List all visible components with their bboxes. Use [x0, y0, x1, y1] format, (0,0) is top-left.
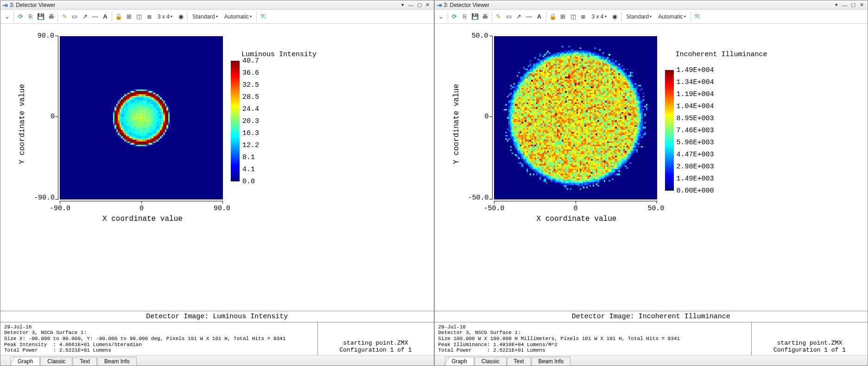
colorbar-tick-label: 0.00E+000: [677, 187, 714, 195]
tab-classic[interactable]: Classic: [40, 357, 72, 366]
save-icon[interactable]: 💾: [470, 12, 480, 22]
window-icon[interactable]: ◫: [569, 12, 578, 22]
maximize-button[interactable]: ▢: [415, 1, 424, 9]
y-tick-label: -90.0: [34, 194, 55, 202]
colorbar-title: Incoherent Illuminance: [676, 51, 767, 58]
colorbar-tick-label: 5.96E+003: [677, 139, 714, 147]
config-label: Configuration 1 of 1: [773, 347, 846, 353]
details-text: 29-Jul-16 Detector 3, NSCG Surface 1: Si…: [0, 322, 318, 355]
minimize-button[interactable]: —: [841, 1, 849, 9]
dropdown-expand-icon[interactable]: ⌄: [2, 12, 12, 22]
close-button[interactable]: ✕: [857, 1, 866, 9]
text-icon[interactable]: A: [101, 12, 110, 22]
window-index: 3:: [10, 2, 14, 8]
lock-icon[interactable]: 🔒: [548, 12, 558, 22]
zoom-extents-icon[interactable]: ⊞: [124, 12, 133, 22]
colorbar-tick-label: 0.0: [242, 178, 255, 186]
tab-text[interactable]: Text: [507, 357, 531, 366]
dropdown-expand-icon[interactable]: ⌄: [437, 12, 446, 22]
target-icon[interactable]: ◉: [176, 12, 185, 22]
x-tick-label: 0: [574, 205, 578, 212]
lock-icon[interactable]: 🔒: [114, 12, 123, 22]
line-icon[interactable]: —: [525, 12, 534, 22]
heatmap: [494, 36, 657, 199]
detector-viewer-right: ⇥ 3: Detector Viewer ▾ — ▢ ✕ ⌄ ⟳ ⎘ 💾 🖶 ✎…: [434, 0, 868, 366]
scale-dropdown[interactable]: Automatic▾: [655, 12, 688, 22]
zoom-extents-icon[interactable]: ⊞: [558, 12, 568, 22]
tab-graph[interactable]: Graph: [11, 357, 40, 366]
colorbar-tick-label: 12.2: [242, 141, 259, 149]
y-axis-title: Y coordinate value: [452, 84, 461, 164]
colorbar-tick-label: 1.04E+004: [677, 103, 714, 110]
tab-text[interactable]: Text: [73, 357, 97, 366]
save-icon[interactable]: 💾: [36, 12, 45, 22]
dropdown-icon[interactable]: ▾: [399, 1, 407, 9]
heatmap: [60, 36, 223, 199]
colorbar-tick-label: 1.34E+004: [677, 78, 714, 86]
layers-icon[interactable]: ≣: [579, 12, 588, 22]
rectangle-icon[interactable]: ▭: [504, 12, 513, 22]
colorbar-tick-label: 4.47E+003: [677, 151, 714, 159]
x-tick-label: 50.0: [648, 205, 665, 212]
colorbar-tick-label: 16.3: [242, 129, 259, 137]
tab-classic[interactable]: Classic: [475, 357, 507, 366]
window-title: Detector Viewer: [450, 2, 489, 8]
x-tick-label: -90.0: [50, 205, 70, 212]
tabstrip: Graph Classic Text Beam Info: [435, 355, 868, 366]
layers-icon[interactable]: ≣: [145, 12, 154, 22]
info-panel: Detector Image: Luminous Intensity 29-Ju…: [0, 311, 434, 355]
file-name: starting point.ZMX: [343, 340, 408, 347]
colorbar-tick-label: 2.98E+003: [677, 163, 714, 171]
minimize-button[interactable]: —: [407, 1, 415, 9]
grid-size-dropdown[interactable]: 3 x 4▾: [155, 12, 175, 22]
target-icon[interactable]: ◉: [610, 12, 620, 22]
tab-beam-info[interactable]: Beam Info: [97, 357, 137, 366]
print-icon[interactable]: 🖶: [46, 12, 56, 22]
tab-graph[interactable]: Graph: [445, 357, 474, 366]
refresh-icon[interactable]: ⟳: [16, 12, 25, 22]
details-text: 29-Jul-16 Detector 3, NSCG Surface 1: Si…: [435, 322, 752, 355]
mode-dropdown[interactable]: Standard▾: [190, 12, 221, 22]
maximize-button[interactable]: ▢: [849, 1, 857, 9]
colorbar-tick-label: 28.5: [242, 93, 259, 101]
scale-dropdown[interactable]: Automatic▾: [222, 12, 254, 22]
colorbar-tick-label: 20.3: [242, 117, 259, 125]
colorbar-tick-label: 40.7: [242, 57, 259, 65]
arrow-icon[interactable]: ↗: [514, 12, 524, 22]
colorbar-tick-label: 8.95E+003: [677, 115, 714, 122]
arrow-icon[interactable]: ↗: [80, 12, 89, 22]
pencil-icon[interactable]: ✎: [60, 12, 69, 22]
mode-dropdown[interactable]: Standard▾: [624, 12, 655, 22]
toolbar: ⌄ ⟳ ⎘ 💾 🖶 ✎ ▭ ↗ — A 🔒 ⊞ ◫ ≣ 3 x 4▾ ◉ Sta…: [0, 10, 434, 24]
colorbar-tick-label: 7.46E+003: [677, 127, 714, 135]
help-icon[interactable]: ?⃝: [693, 12, 702, 22]
tab-beam-info[interactable]: Beam Info: [532, 357, 571, 366]
dropdown-icon[interactable]: ▾: [832, 1, 841, 9]
copy-icon[interactable]: ⎘: [460, 12, 469, 22]
detector-title: Detector Image: Incoherent Illuminance: [435, 311, 868, 322]
y-tick-label: 0: [51, 113, 55, 121]
colorbar-title: Luminous Intensity: [241, 51, 434, 58]
print-icon[interactable]: 🖶: [481, 12, 490, 22]
y-axis-line: [492, 36, 493, 199]
window-title: Detector Viewer: [16, 2, 55, 8]
help-icon[interactable]: ?⃝: [259, 12, 268, 22]
y-axis-title: Y coordinate value: [18, 84, 26, 164]
grid-size-dropdown[interactable]: 3 x 4▾: [589, 12, 609, 22]
window-icon[interactable]: ◫: [134, 12, 144, 22]
x-tick-label: 90.0: [214, 205, 230, 212]
titlebar: ⇥ 3: Detector Viewer ▾ — ▢ ✕: [435, 0, 868, 10]
detector-title: Detector Image: Luminous Intensity: [0, 311, 434, 322]
close-button[interactable]: ✕: [424, 1, 432, 9]
plot-area: 50.0 0 -50.0 -50.0 0 50.0 Y coordinate v…: [435, 24, 868, 311]
line-icon[interactable]: —: [90, 12, 100, 22]
y-tick-label: -50.0: [468, 194, 489, 202]
refresh-icon[interactable]: ⟳: [450, 12, 459, 22]
colorbar-tick-label: 1.49E+003: [677, 175, 714, 183]
pencil-icon[interactable]: ✎: [494, 12, 503, 22]
x-tick-label: -50.0: [484, 205, 505, 212]
colorbar-tick-label: 4.1: [242, 166, 255, 173]
copy-icon[interactable]: ⎘: [26, 12, 35, 22]
text-icon[interactable]: A: [535, 12, 544, 22]
rectangle-icon[interactable]: ▭: [70, 12, 79, 22]
